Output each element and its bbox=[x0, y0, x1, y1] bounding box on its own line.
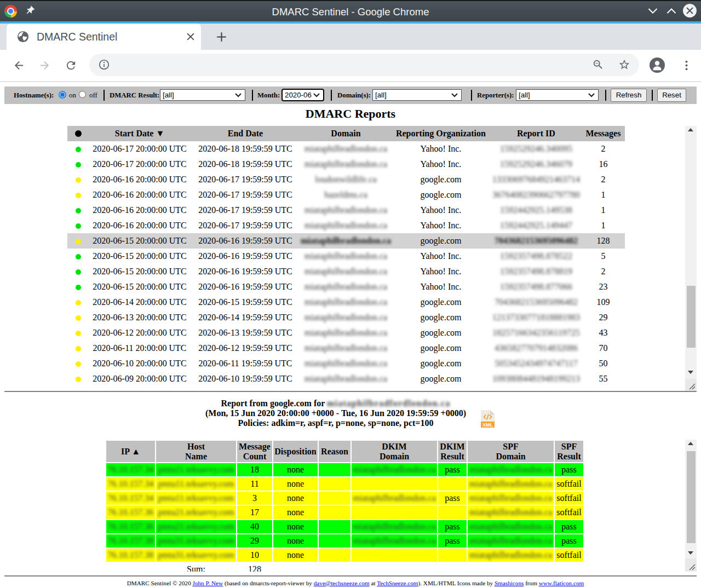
svg-text:XML: XML bbox=[482, 422, 493, 428]
